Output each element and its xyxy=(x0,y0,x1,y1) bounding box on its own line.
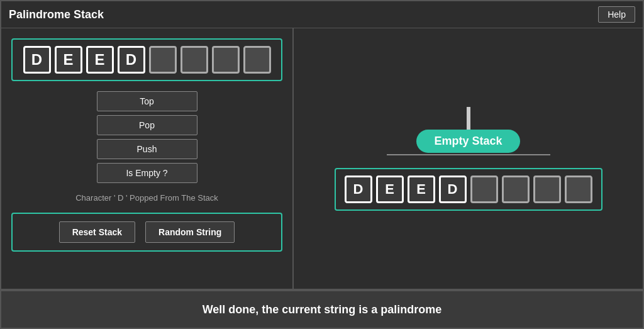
status-text: Character ' D ' Popped From The Stack xyxy=(75,193,218,203)
char-box-sm xyxy=(470,176,498,203)
char-box xyxy=(180,46,208,74)
pop-button[interactable]: Pop xyxy=(97,115,197,135)
bottom-buttons-group: Reset Stack Random String xyxy=(11,213,282,252)
char-box xyxy=(243,46,271,74)
app-title: Palindrome Stack xyxy=(9,8,104,21)
main-area: DEED Top Pop Push Is Empty ? Character '… xyxy=(1,28,643,290)
stack-divider xyxy=(387,154,550,155)
char-box-sm xyxy=(502,176,530,203)
status-bar: Well done, the current string is a palin… xyxy=(1,290,643,328)
left-panel: DEED Top Pop Push Is Empty ? Character '… xyxy=(1,28,294,289)
right-panel: Empty Stack DEED xyxy=(294,28,643,289)
button-group: Top Pop Push Is Empty ? xyxy=(11,91,282,183)
random-string-button[interactable]: Random String xyxy=(145,221,235,243)
char-box-sm: D xyxy=(345,176,372,203)
char-box xyxy=(149,46,177,74)
help-button[interactable]: Help xyxy=(598,6,635,23)
char-box: D xyxy=(118,46,145,74)
title-bar: Palindrome Stack Help xyxy=(1,1,643,28)
top-button[interactable]: Top xyxy=(97,91,197,111)
char-box-sm xyxy=(565,176,592,203)
is-empty-button[interactable]: Is Empty ? xyxy=(97,163,197,183)
empty-stack-label: Empty Stack xyxy=(416,130,519,153)
stack-pointer xyxy=(467,107,470,130)
char-box-sm: E xyxy=(376,176,404,203)
char-box: D xyxy=(23,46,51,74)
status-message: Well done, the current string is a palin… xyxy=(203,303,442,316)
app-container: Palindrome Stack Help DEED Top Pop Push … xyxy=(0,0,644,329)
char-box-sm: D xyxy=(439,176,467,203)
push-button[interactable]: Push xyxy=(97,139,197,159)
string-display-right: DEED xyxy=(335,168,602,211)
reset-stack-button[interactable]: Reset Stack xyxy=(59,221,135,243)
string-display-left: DEED xyxy=(11,38,282,81)
char-box: E xyxy=(55,46,82,74)
stack-visual: Empty Stack xyxy=(387,107,550,155)
char-box xyxy=(212,46,240,74)
char-box-sm: E xyxy=(408,176,435,203)
char-box: E xyxy=(86,46,114,74)
char-box-sm xyxy=(533,176,561,203)
